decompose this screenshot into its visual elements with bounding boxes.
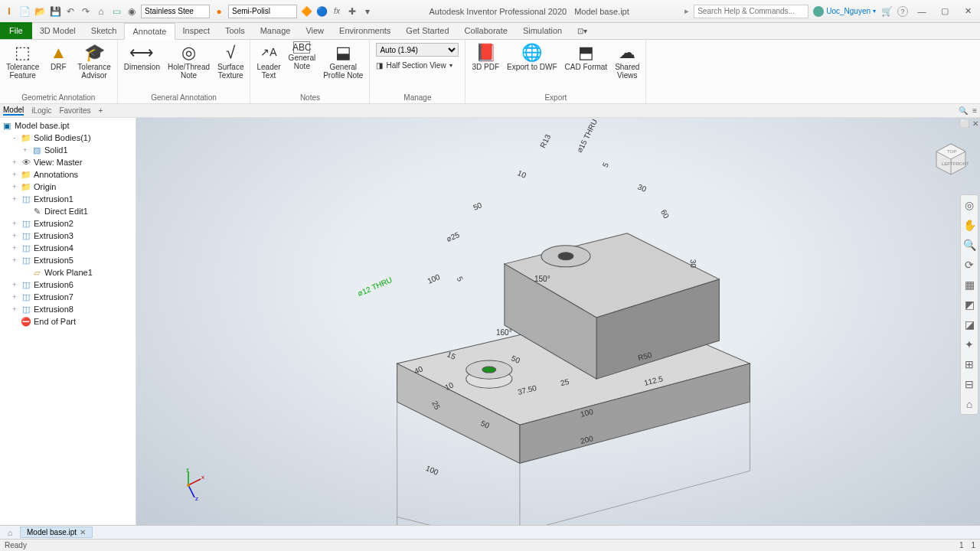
tree-item[interactable]: +◫Extrusion2 (0, 217, 136, 230)
tab-environments[interactable]: Environments (332, 22, 398, 39)
user-account[interactable]: Uoc_Nguyen▾ (813, 6, 876, 17)
color2-icon[interactable]: 🔵 (315, 5, 328, 18)
expand-icon[interactable]: + (11, 183, 18, 191)
tab-inspect[interactable]: Inspect (175, 22, 217, 39)
tree-item[interactable]: +◫Extrusion8 (0, 303, 136, 315)
panel-search-icon[interactable]: 🔍 (959, 106, 968, 115)
tree-item[interactable]: +◫Extrusion7 (0, 291, 136, 303)
shared-views-button[interactable]: ☁Shared Views (615, 41, 639, 80)
tree-item[interactable]: -📁Solid Bodies(1) (0, 132, 136, 144)
document-tab[interactable]: Model base.ipt ✕ (20, 527, 93, 538)
tree-item[interactable]: +◫Extrusion1 (0, 193, 136, 205)
panel-tab-favorites[interactable]: Favorites (59, 106, 90, 115)
redo-icon[interactable]: ↷ (80, 5, 92, 18)
tab-view[interactable]: View (298, 22, 332, 39)
tree-item[interactable]: ✎Direct Edit1 (0, 205, 136, 217)
panel-tab-ilogic[interactable]: iLogic (31, 106, 51, 115)
nav-wheel-icon[interactable]: ◎ (961, 195, 978, 215)
expand-icon[interactable]: - (11, 134, 18, 142)
expand-icon[interactable]: + (11, 220, 18, 227)
tab-manage[interactable]: Manage (253, 22, 299, 39)
tab-sketch[interactable]: Sketch (83, 22, 125, 39)
nav-lookat-icon[interactable]: ▦ (961, 275, 978, 295)
help-icon[interactable]: ? (897, 6, 908, 17)
search-input[interactable] (694, 5, 808, 18)
tree-item[interactable]: ⛔End of Part (0, 315, 136, 328)
tree-item[interactable]: +📁Annotations (0, 168, 136, 181)
panel-tab-model[interactable]: Model (3, 106, 24, 116)
tree-item[interactable]: +◫Extrusion5 (0, 254, 136, 266)
cad-format-button[interactable]: ⬒CAD Format (565, 41, 608, 71)
hole-note-button[interactable]: ◎Hole/Thread Note (168, 41, 210, 80)
expand-icon[interactable]: + (11, 244, 18, 252)
tab-collaborate[interactable]: Collaborate (457, 22, 515, 39)
general-note-button[interactable]: ABCGeneral Note (289, 41, 316, 70)
section-view-button[interactable]: ◨Half Section View▾ (376, 60, 459, 71)
nav-tool3-icon[interactable]: ✦ (961, 334, 978, 354)
nav-tool2-icon[interactable]: ◪ (961, 315, 978, 334)
doc-home-icon[interactable]: ⌂ (5, 527, 15, 538)
app-menu-icon[interactable]: I (3, 5, 15, 18)
select-icon[interactable]: ▭ (110, 5, 122, 18)
appearance-icon[interactable]: ● (213, 5, 225, 18)
undo-icon[interactable]: ↶ (64, 5, 77, 18)
color-icon[interactable]: 🔶 (300, 5, 312, 18)
maximize-button[interactable]: ▢ (936, 4, 954, 19)
tree-item[interactable]: +📁Origin (0, 181, 136, 193)
tolerance-advisor-button[interactable]: 🎓Tolerance Advisor (77, 41, 110, 80)
tree-item[interactable]: +👁View: Master (0, 156, 136, 168)
appearance-dropdown[interactable] (228, 5, 297, 18)
viewport[interactable]: ⬜ ✕ (136, 118, 980, 525)
expand-icon[interactable]: + (11, 281, 18, 289)
surface-texture-button[interactable]: √Surface Texture (217, 41, 243, 80)
fx-icon[interactable]: fx (331, 5, 343, 18)
export-dwf-button[interactable]: 🌐Export to DWF (507, 41, 557, 71)
expand-icon[interactable]: + (21, 146, 29, 154)
tree-item[interactable]: ▱Work Plane1 (0, 266, 136, 279)
drf-button[interactable]: ▲DRF (47, 41, 70, 71)
scale-dropdown[interactable]: Auto (1.94) (376, 43, 459, 57)
vp-restore-icon[interactable]: ⬜ (960, 119, 969, 128)
expand-icon[interactable]: + (11, 256, 18, 264)
nav-orbit-icon[interactable]: ⟳ (961, 255, 978, 275)
profile-note-button[interactable]: ⬓General Profile Note (323, 41, 363, 80)
material-dropdown[interactable] (141, 5, 210, 18)
nav-zoom-icon[interactable]: 🔍 (961, 235, 978, 255)
doc-close-icon[interactable]: ✕ (80, 528, 86, 536)
tree-item[interactable]: +◫Extrusion4 (0, 242, 136, 254)
tree-item[interactable]: +◫Extrusion6 (0, 279, 136, 291)
tree-item[interactable]: +▧Solid1 (0, 144, 136, 156)
3d-pdf-button[interactable]: 📕3D PDF (472, 41, 499, 71)
tab-get-started[interactable]: Get Started (398, 22, 456, 39)
close-button[interactable]: ✕ (959, 4, 977, 19)
tree-root[interactable]: ▣Model base.ipt (0, 119, 136, 132)
tolerance-feature-button[interactable]: ⬚Tolerance Feature (6, 41, 39, 80)
nav-pan-icon[interactable]: ✋ (961, 215, 978, 235)
nav-tool6-icon[interactable]: ⌂ (961, 394, 978, 414)
vp-close-icon[interactable]: ✕ (972, 119, 978, 128)
tree-item[interactable]: +◫Extrusion3 (0, 230, 136, 242)
expand-icon[interactable]: + (11, 158, 18, 166)
expand-icon[interactable]: + (11, 293, 18, 301)
qat-more-icon[interactable]: ▾ (361, 5, 374, 18)
tab-simulation[interactable]: Simulation (515, 22, 570, 39)
tab-3d-model[interactable]: 3D Model (32, 22, 83, 39)
leader-text-button[interactable]: ↗ALeader Text (256, 41, 280, 80)
view-cube[interactable]: LEFT FRONT TOP (933, 141, 969, 176)
favorites-icon[interactable]: 🛒 (880, 5, 893, 18)
expand-icon[interactable]: + (11, 232, 18, 240)
material-icon[interactable]: ◉ (126, 5, 138, 18)
panel-menu-icon[interactable]: ≡ (972, 106, 977, 115)
open-icon[interactable]: 📂 (34, 5, 46, 18)
minimize-button[interactable]: — (913, 4, 931, 19)
add-icon[interactable]: ✚ (346, 5, 358, 18)
dimension-button[interactable]: ⟷Dimension (124, 41, 160, 71)
nav-tool5-icon[interactable]: ⊟ (961, 374, 978, 394)
expand-icon[interactable]: + (11, 171, 18, 178)
tab-tools[interactable]: Tools (217, 22, 253, 39)
panel-add-icon[interactable]: + (99, 106, 103, 115)
nav-tool1-icon[interactable]: ◩ (961, 295, 978, 315)
save-icon[interactable]: 💾 (49, 5, 61, 18)
expand-icon[interactable]: + (11, 305, 18, 313)
tab-overflow-icon[interactable]: ⊡▾ (570, 22, 595, 39)
